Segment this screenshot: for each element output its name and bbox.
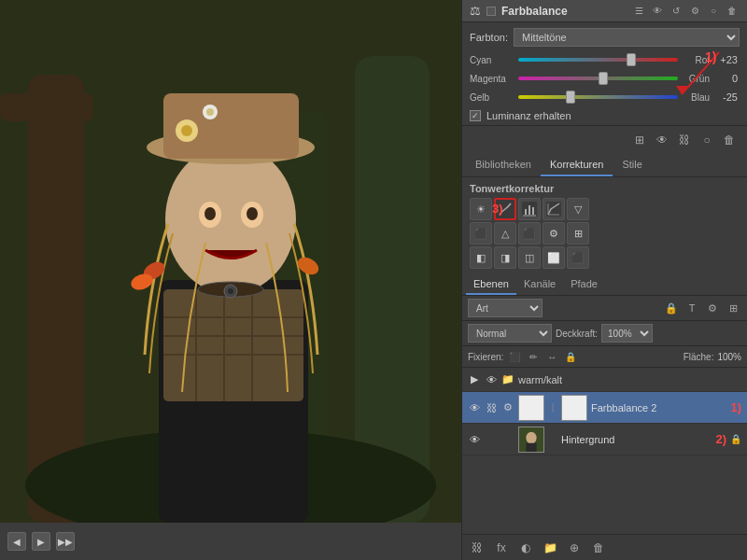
corr-btn-r3-2[interactable]: ◨: [494, 246, 516, 269]
deckkraft-select[interactable]: 100% 75% 50%: [601, 324, 653, 343]
gelb-blau-track: [518, 95, 678, 99]
corr-btn-r3-1[interactable]: ◧: [470, 246, 492, 269]
fix-icon-pencil[interactable]: ✏: [526, 349, 541, 364]
corr-btn-r2-5[interactable]: ⊞: [567, 222, 589, 245]
farbton-label: Farbton:: [470, 32, 508, 43]
magenta-gruen-thumb[interactable]: [599, 72, 608, 85]
gruen-label: Grün: [682, 74, 710, 84]
corrections-row2: ⬛ △ ⬛ ⚙ ⊞: [470, 222, 740, 245]
panel-eye-icon[interactable]: 👁: [650, 4, 665, 19]
luminanz-label: Luminanz erhalten: [486, 110, 571, 121]
layer1-annotation: 1): [730, 400, 741, 414]
ebenen-tab-ebenen[interactable]: Ebenen: [466, 274, 516, 295]
footer-circle-icon[interactable]: ◐: [516, 539, 535, 557]
panel-list-icon[interactable]: ☰: [631, 4, 646, 19]
corr-btn-r3-5[interactable]: ⬛: [567, 246, 589, 269]
layer-farbbalance2[interactable]: 👁 ⛓ ⚙ | Farbbalance 2 1): [462, 392, 747, 424]
layer2-eye[interactable]: 👁: [468, 433, 481, 446]
fix-icon-lock[interactable]: 🔒: [563, 349, 578, 364]
toolbar-eye2-icon[interactable]: ○: [697, 130, 717, 150]
group-visibility-toggle[interactable]: ▶: [468, 373, 481, 386]
right-panel: ⚖ Farbbalance ☰ 👁 ↺ ⚙ ○ 🗑 Farbton: Mitte…: [461, 0, 747, 560]
fixieren-label: Fixieren:: [468, 352, 503, 362]
art-select[interactable]: Art: [468, 299, 543, 317]
gelb-label: Gelb: [470, 92, 514, 103]
corr-btn-brightness[interactable]: ☀: [470, 198, 492, 220]
cyan-rot-thumb[interactable]: [627, 53, 636, 66]
footer-folder-icon[interactable]: 📁: [541, 539, 559, 557]
ebenen-t-icon[interactable]: T: [684, 300, 700, 316]
cyan-label: Cyan: [470, 55, 514, 65]
ebenen-tab-pfade[interactable]: Pfade: [563, 274, 605, 295]
tab-stile[interactable]: Stile: [613, 154, 651, 176]
layer-hintergrund[interactable]: 👁 Hintergrund 2) 🔒: [462, 424, 747, 455]
footer-fx-icon[interactable]: fx: [492, 539, 511, 557]
cyan-rot-row: Cyan Rot +23: [462, 50, 747, 69]
gelb-blau-thumb[interactable]: [566, 91, 575, 104]
ebenen-grid-icon[interactable]: ⊞: [725, 300, 741, 316]
panel-header-icons: ☰ 👁 ↺ ⚙ ○ 🗑: [631, 4, 740, 19]
panel-toolbar: ⊞ 👁 ⛓ ○ 🗑: [462, 125, 747, 154]
ebenen-lock-icon[interactable]: 🔒: [663, 300, 680, 316]
layer2-name: Hintergrund: [561, 434, 712, 445]
flaeche-label: Fläche:: [684, 352, 714, 362]
corr-btn-levels[interactable]: [518, 198, 541, 220]
cyan-rot-value: +23: [713, 54, 740, 65]
corr-btn-r2-1[interactable]: ⬛: [470, 222, 492, 245]
fix-icon-move[interactable]: ↔: [544, 349, 559, 364]
layer1-settings[interactable]: ⚙: [501, 401, 514, 414]
nav-prev-btn[interactable]: ◀: [7, 532, 26, 551]
corr-btn-r2-2[interactable]: △: [494, 222, 516, 245]
svg-point-30: [228, 288, 233, 294]
fix-icon-square[interactable]: ⬛: [507, 349, 522, 364]
mode-select[interactable]: Normal Auflösen Abdunkeln: [468, 324, 552, 343]
corr-btn-r3-4[interactable]: ⬜: [543, 246, 565, 269]
group-eye-icon[interactable]: 👁: [485, 373, 498, 386]
image-panel: ◀ ▶ ▶▶: [0, 0, 461, 560]
layer1-chain: |: [548, 402, 557, 413]
ebenen-settings-icon[interactable]: ⚙: [704, 300, 721, 316]
farbton-row: Farbton: Mitteltöne Tiefen Lichter: [462, 22, 747, 50]
tab-korrekturen[interactable]: Korrekturen: [541, 154, 613, 176]
gelb-blau-value: -25: [713, 91, 740, 103]
cyan-rot-slider-container: [518, 53, 678, 66]
magenta-gruen-slider-container: [518, 72, 678, 85]
tab-bibliotheken[interactable]: Bibliotheken: [466, 154, 541, 176]
ebenen-tab-bar: Ebenen Kanäle Pfade: [462, 274, 747, 296]
luminanz-row: ✓ Luminanz erhalten: [462, 106, 747, 125]
nav-next-btn[interactable]: ▶▶: [56, 532, 75, 551]
toolbar-grid-icon[interactable]: ⊞: [629, 130, 650, 150]
flaeche-value: 100%: [717, 352, 741, 362]
luminanz-checkbox[interactable]: ✓: [470, 110, 481, 121]
mode-opacity-row: Normal Auflösen Abdunkeln Deckkraft: 100…: [462, 321, 747, 346]
toolbar-chain-icon[interactable]: ⛓: [674, 130, 695, 150]
magenta-gruen-value: 0: [713, 73, 740, 84]
panel-settings-icon[interactable]: ⚙: [687, 4, 702, 19]
footer-trash-icon[interactable]: 🗑: [589, 539, 608, 557]
footer-link-icon[interactable]: ⛓: [468, 539, 486, 557]
layer-group-warmkalt[interactable]: ▶ 👁 📁 warm/kalt: [462, 368, 747, 392]
corr-btn-chart[interactable]: [543, 198, 565, 220]
footer-add-icon[interactable]: ⊕: [565, 539, 584, 557]
toolbar-eye-icon[interactable]: 👁: [652, 130, 672, 150]
panel-reset-icon[interactable]: ↺: [669, 4, 684, 19]
corr-btn-r2-4[interactable]: ⚙: [543, 222, 565, 245]
magenta-gruen-row: Magenta Grün 0: [462, 69, 747, 88]
corr-btn-r2-3[interactable]: ⬛: [518, 222, 541, 245]
nav-play-btn[interactable]: ▶: [32, 532, 50, 551]
cyan-rot-track: [518, 58, 678, 62]
ebenen-tab-kanaele[interactable]: Kanäle: [516, 274, 563, 295]
layer1-eye[interactable]: 👁: [468, 401, 481, 414]
korrekturen-section: Tonwertkorrektur ☀: [462, 177, 747, 274]
farbton-select[interactable]: Mitteltöne Tiefen Lichter: [514, 28, 740, 47]
toolbar-trash-icon[interactable]: 🗑: [719, 130, 740, 150]
svg-rect-45: [526, 442, 536, 451]
svg-rect-37: [529, 205, 530, 215]
panel-eye2-icon[interactable]: ○: [706, 4, 721, 19]
blau-label: Blau: [682, 92, 710, 103]
layer1-link[interactable]: ⛓: [485, 401, 498, 414]
panel-trash-icon[interactable]: 🗑: [725, 4, 740, 19]
corr-btn-triangle[interactable]: ▽: [567, 198, 589, 220]
layer2-thumb: [518, 427, 544, 453]
corr-btn-r3-3[interactable]: ◫: [518, 246, 541, 269]
